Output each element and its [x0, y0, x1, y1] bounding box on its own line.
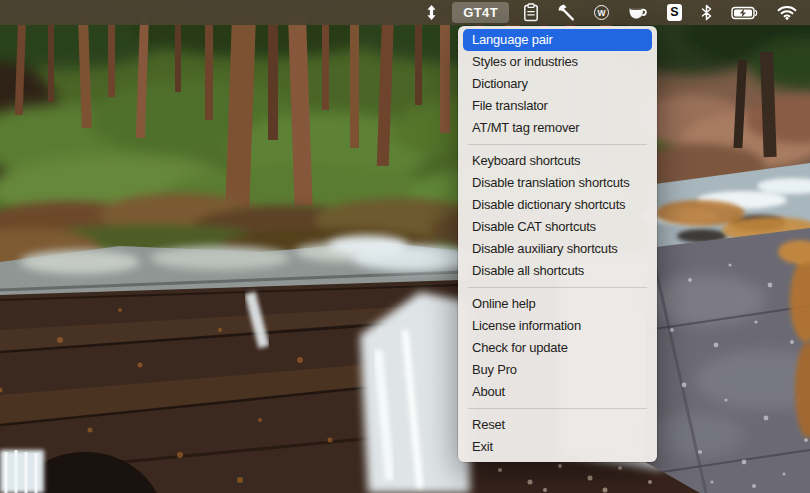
menubar-item-gt4t[interactable]: GT4T	[452, 2, 509, 23]
menu-item-license-information[interactable]: License information	[463, 315, 652, 337]
menu-item-disable-cat-shortcuts[interactable]: Disable CAT shortcuts	[463, 216, 652, 238]
s-app-letter: S	[670, 6, 678, 19]
hammer-icon	[557, 3, 576, 22]
w-circle-letter: W	[597, 8, 605, 18]
bluetooth-icon	[700, 4, 713, 21]
menubar-item-battery[interactable]	[722, 0, 768, 25]
menu-item-keyboard-shortcuts[interactable]: Keyboard shortcuts	[463, 150, 652, 172]
menubar-item-w-app[interactable]: W	[585, 0, 618, 25]
menu-item-disable-all-shortcuts[interactable]: Disable all shortcuts	[463, 260, 652, 282]
menubar-item-updown-arrow[interactable]	[416, 0, 447, 25]
menu-item-check-for-update[interactable]: Check for update	[463, 337, 652, 359]
menu-item-language-pair[interactable]: Language pair	[463, 29, 652, 51]
menu-item-styles-or-industries[interactable]: Styles or industries	[463, 51, 652, 73]
menubar-item-clipboard[interactable]	[514, 0, 548, 25]
battery-charging-icon	[731, 6, 759, 20]
menubar-item-bluetooth[interactable]	[691, 0, 722, 25]
clipboard-icon	[523, 3, 539, 22]
grey-slab	[645, 228, 810, 493]
menu-item-disable-auxiliary-shortcuts[interactable]: Disable auxiliary shortcuts	[463, 238, 652, 260]
menubar: GT4T W S	[0, 0, 810, 25]
menu-item-online-help[interactable]: Online help	[463, 293, 652, 315]
w-circle-icon: W	[594, 5, 609, 20]
wifi-icon	[777, 5, 797, 20]
menu-item-disable-translation-shortcuts[interactable]: Disable translation shortcuts	[463, 172, 652, 194]
menu-item-at-mt-tag-remover[interactable]: AT/MT tag remover	[463, 117, 652, 139]
menu-item-buy-pro[interactable]: Buy Pro	[463, 359, 652, 381]
menubar-item-wifi[interactable]	[768, 0, 799, 25]
menu-item-exit[interactable]: Exit	[463, 436, 652, 458]
updown-arrow-icon	[425, 4, 438, 21]
menu-separator	[468, 144, 647, 145]
menubar-item-coffee[interactable]	[618, 0, 658, 25]
menu-item-reset[interactable]: Reset	[463, 414, 652, 436]
coffee-cup-icon	[627, 5, 649, 20]
menu-item-about[interactable]: About	[463, 381, 652, 403]
gt4t-label: GT4T	[463, 5, 498, 20]
gt4t-menu: Language pair Styles or industries Dicti…	[458, 26, 657, 462]
menubar-item-hammer[interactable]	[548, 0, 585, 25]
menu-item-file-translator[interactable]: File translator	[463, 95, 652, 117]
menu-item-dictionary[interactable]: Dictionary	[463, 73, 652, 95]
menu-item-disable-dictionary-shortcuts[interactable]: Disable dictionary shortcuts	[463, 194, 652, 216]
menubar-item-s-app[interactable]: S	[658, 0, 691, 25]
wallpaper-image	[0, 0, 810, 493]
desktop: { "menubar": { "background_color": "#4a4…	[0, 0, 810, 493]
menu-separator	[468, 408, 647, 409]
s-app-icon: S	[667, 4, 682, 21]
menu-separator	[468, 287, 647, 288]
